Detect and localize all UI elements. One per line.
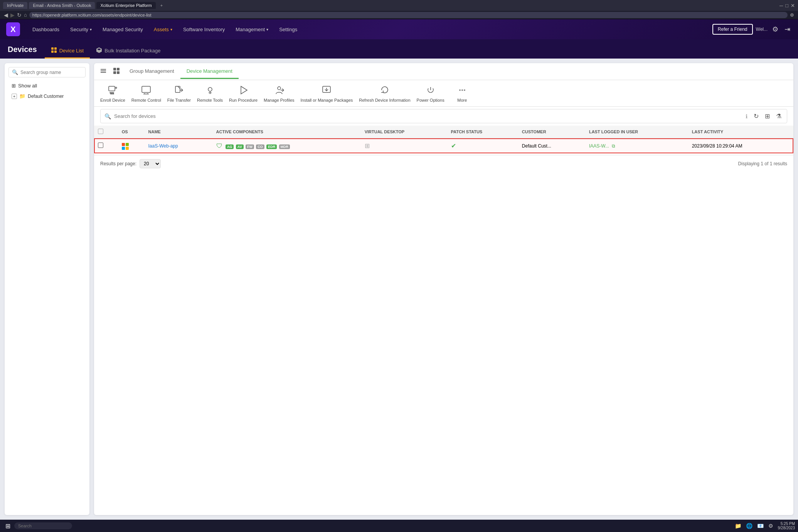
tab-group-management[interactable]: Group Management — [123, 64, 180, 79]
taskbar-icons: 📁 🌐 📧 ⚙ 5:25 PM 9/28/2023 — [733, 522, 795, 530]
col-customer[interactable]: CUSTOMER — [518, 126, 585, 138]
tab-device-list[interactable]: Device List — [45, 44, 90, 59]
taskbar-settings-icon[interactable]: ⚙ — [767, 522, 775, 530]
enroll-icon — [106, 84, 119, 96]
nav-settings[interactable]: Settings — [274, 24, 302, 35]
start-button[interactable]: ⊞ — [3, 522, 13, 530]
taskbar-search[interactable] — [14, 522, 72, 529]
table-row: IaaS-Web-app 🛡 AG AV FW CO EDR MDR — [94, 138, 793, 153]
file-transfer-btn[interactable]: File Transfer — [167, 84, 191, 102]
pagination-bar: Results per page: 20 50 100 Displaying 1… — [94, 155, 793, 172]
main-content: 🔍 ⊞ Show all + 📁 Default Customer Group … — [0, 59, 798, 520]
address-input[interactable] — [29, 12, 788, 18]
back-btn[interactable]: ◀ — [4, 12, 8, 18]
svg-rect-13 — [109, 86, 115, 91]
folder-icon: 📁 — [19, 93, 25, 99]
nav-assets[interactable]: Assets ▾ — [149, 24, 177, 35]
toggle-sidebar-btn[interactable] — [100, 66, 109, 77]
taskbar-file-icon[interactable]: 📁 — [733, 522, 743, 530]
home-btn[interactable]: ⌂ — [24, 12, 27, 18]
minimize-btn[interactable]: ─ — [779, 3, 783, 8]
search-right-actions: ℹ ↻ ⊞ ⚗ — [744, 112, 783, 121]
table-header-row: OS NAME ACTIVE COMPONENTS VIRTUAL DESKTO… — [94, 126, 793, 138]
row-components-cell: 🛡 AG AV FW CO EDR MDR — [212, 138, 361, 153]
more-btn[interactable]: More — [451, 84, 474, 102]
power-options-btn[interactable]: Power Options — [417, 84, 444, 102]
tab-email[interactable]: Email - Andrea Smith - Outlook — [29, 2, 95, 9]
svg-rect-24 — [175, 86, 180, 92]
taskbar-mail-icon[interactable]: 📧 — [756, 522, 765, 530]
col-last-logged-user[interactable]: LAST LOGGED IN USER — [585, 126, 688, 138]
svg-rect-5 — [54, 50, 57, 53]
address-bar: ◀ ▶ ↻ ⌂ ⊕ — [0, 11, 798, 19]
filter-icon[interactable]: ⚗ — [774, 112, 783, 121]
content-panel: Group Management Device Management — [94, 63, 793, 515]
taskbar-browser-icon[interactable]: 🌐 — [744, 522, 754, 530]
manage-profiles-btn[interactable]: Manage Profiles — [264, 84, 295, 102]
run-procedure-icon — [237, 84, 249, 96]
show-all-item[interactable]: ⊞ Show all — [8, 81, 86, 91]
management-dropdown-icon: ▾ — [266, 27, 268, 32]
svg-rect-4 — [51, 50, 54, 53]
nav-management[interactable]: Management ▾ — [231, 24, 273, 35]
nav-managed-security[interactable]: Managed Security — [98, 24, 148, 35]
col-patch-status[interactable]: PATCH STATUS — [447, 126, 518, 138]
svg-text:X: X — [10, 25, 16, 34]
copy-user-icon[interactable]: ⧉ — [610, 143, 616, 149]
close-btn[interactable]: ✕ — [791, 3, 795, 8]
taskbar: ⊞ 📁 🌐 📧 ⚙ 5:25 PM 9/28/2023 — [0, 520, 798, 532]
group-search-input[interactable] — [20, 70, 82, 75]
svg-rect-7 — [101, 70, 106, 71]
results-per-page-select[interactable]: 20 50 100 — [140, 159, 161, 168]
device-name-link[interactable]: IaaS-Web-app — [148, 143, 178, 149]
expand-icon[interactable]: + — [12, 94, 17, 99]
svg-marker-28 — [241, 86, 247, 94]
col-last-activity[interactable]: LAST ACTIVITY — [688, 126, 793, 138]
file-transfer-icon — [173, 84, 185, 96]
device-search-input[interactable] — [114, 113, 741, 119]
refresh-btn[interactable]: ↻ — [17, 12, 22, 18]
patch-status-ok-icon: ✔ — [451, 143, 456, 149]
select-all-checkbox[interactable] — [98, 129, 103, 134]
refresh-list-icon[interactable]: ↻ — [752, 112, 760, 121]
tab-inprivate[interactable]: InPrivate — [3, 2, 27, 9]
svg-rect-9 — [113, 68, 116, 70]
remote-tools-btn[interactable]: Remote Tools — [197, 84, 223, 102]
tab-device-management[interactable]: Device Management — [180, 64, 239, 79]
nav-security[interactable]: Security ▾ — [66, 24, 96, 35]
enroll-device-btn[interactable]: Enroll Device — [100, 84, 125, 102]
logout-icon[interactable]: ⇥ — [783, 23, 792, 35]
nav-dashboards[interactable]: Dashboards — [28, 24, 64, 35]
devices-table: OS NAME ACTIVE COMPONENTS VIRTUAL DESKTO… — [94, 126, 793, 153]
manage-profiles-icon — [273, 84, 285, 96]
taskbar-clock: 5:25 PM 9/28/2023 — [778, 522, 795, 530]
more-icon — [456, 84, 468, 96]
filter-columns-icon[interactable]: ⊞ — [763, 112, 771, 121]
extensions-btn[interactable]: ⊕ — [790, 12, 794, 18]
logged-user-link[interactable]: IAAS-W... — [589, 143, 609, 149]
row-checkbox[interactable] — [98, 143, 103, 148]
svg-rect-8 — [101, 72, 106, 73]
maximize-btn[interactable]: □ — [785, 3, 788, 8]
remote-control-btn[interactable]: Remote Control — [131, 84, 161, 102]
panel-tabs: Group Management Device Management — [94, 63, 793, 80]
new-tab-btn[interactable]: + — [157, 2, 166, 9]
refer-friend-button[interactable]: Refer a Friend — [712, 24, 753, 35]
tree-item-default-customer[interactable]: + 📁 Default Customer — [8, 91, 86, 101]
col-checkbox — [94, 126, 118, 138]
refresh-device-btn[interactable]: Refresh Device Information — [359, 84, 410, 102]
run-procedure-btn[interactable]: Run Procedure — [229, 84, 258, 102]
settings-icon[interactable]: ⚙ — [771, 23, 780, 35]
install-packages-btn[interactable]: Install or Manage Packages — [301, 84, 353, 102]
nav-software-inventory[interactable]: Software Inventory — [178, 24, 229, 35]
info-icon[interactable]: ℹ — [744, 112, 749, 120]
remote-tools-label: Remote Tools — [197, 98, 223, 102]
badge-mdr: MDR — [279, 144, 290, 149]
col-name[interactable]: NAME — [145, 126, 212, 138]
col-os[interactable]: OS — [118, 126, 145, 138]
tab-xcitium[interactable]: Xcitium Enterprise Platform — [96, 2, 155, 9]
col-virtual-desktop[interactable]: VIRTUAL DESKTOP — [361, 126, 447, 138]
forward-btn[interactable]: ▶ — [10, 12, 15, 18]
col-active-components[interactable]: ACTIVE COMPONENTS — [212, 126, 361, 138]
tab-bulk-installation[interactable]: Bulk Installation Package — [90, 44, 167, 59]
